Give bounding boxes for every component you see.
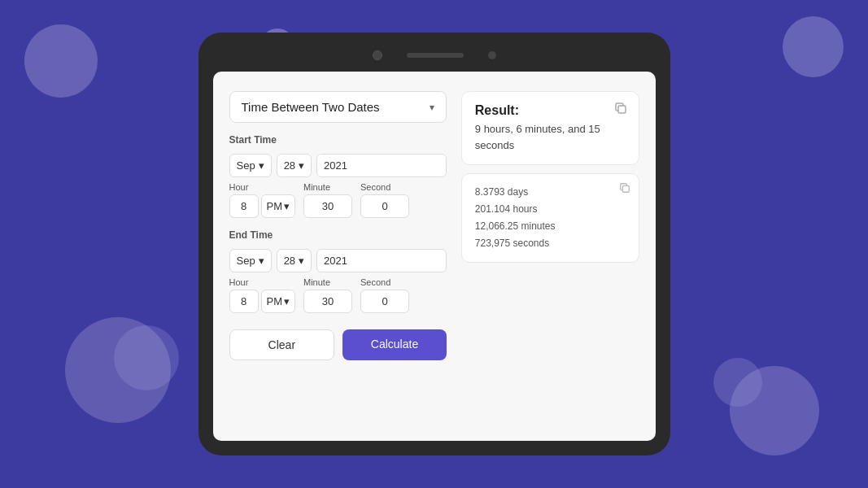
end-hour-value: 8 [241, 295, 246, 307]
end-month-chevron: ▾ [259, 255, 264, 267]
start-ampm-select[interactable]: PM ▾ [261, 194, 296, 218]
end-minute-label: Minute [303, 277, 352, 287]
start-second-field[interactable]: 0 [360, 194, 409, 218]
tablet-screen: Time Between Two Dates ▾ Start Time Sep … [213, 72, 656, 441]
end-year-value: 2021 [324, 255, 347, 267]
start-month-select[interactable]: Sep ▾ [229, 154, 272, 177]
end-second-value: 0 [382, 295, 387, 307]
start-year-value: 2021 [324, 159, 347, 172]
chevron-down-icon: ▾ [430, 102, 434, 113]
svg-rect-1 [622, 185, 629, 192]
start-minute-value: 30 [322, 200, 334, 212]
end-date-row: Sep ▾ 28 ▾ 2021 [229, 249, 447, 272]
left-panel: Time Between Two Dates ▾ Start Time Sep … [229, 91, 447, 421]
start-day-value: 28 [284, 159, 295, 172]
decorative-blob-5 [114, 325, 179, 390]
end-hour-field[interactable]: 8 [229, 290, 259, 313]
start-minute-group: Minute 30 [303, 182, 352, 218]
decorative-blob-7 [713, 358, 762, 407]
right-panel: Result: 9 hours, 6 minutes, and 15 secon… [461, 91, 639, 421]
start-second-value: 0 [382, 200, 387, 212]
end-minute-group: Minute 30 [303, 277, 352, 313]
end-time-row: Hour 8 PM ▾ Minute [229, 277, 447, 313]
start-month-chevron: ▾ [259, 159, 264, 172]
end-day-select[interactable]: 28 ▾ [277, 249, 312, 272]
start-date-row: Sep ▾ 28 ▾ 2021 [229, 154, 447, 177]
decorative-blob-3 [783, 16, 844, 77]
end-minute-field[interactable]: 30 [303, 290, 352, 313]
result-title: Result: [475, 103, 626, 118]
start-time-section: Start Time Sep ▾ 28 ▾ 2021 [229, 134, 447, 218]
tool-select-label: Time Between Two Dates [242, 100, 380, 114]
end-hour-input: 8 PM ▾ [229, 290, 296, 313]
tablet-frame: Time Between Two Dates ▾ Start Time Sep … [198, 33, 670, 455]
start-day-chevron: ▾ [299, 159, 304, 172]
start-hour-input: 8 PM ▾ [229, 194, 296, 218]
start-second-group: Second 0 [360, 182, 409, 218]
start-hour-label: Hour [229, 182, 296, 192]
calculate-button[interactable]: Calculate [342, 329, 447, 360]
start-second-label: Second [360, 182, 409, 192]
copy-detail-icon[interactable] [619, 182, 630, 196]
end-second-field[interactable]: 0 [360, 290, 409, 313]
start-month-value: Sep [237, 159, 255, 172]
start-day-select[interactable]: 28 ▾ [277, 154, 312, 177]
action-buttons: Clear Calculate [229, 329, 447, 360]
end-ampm-select[interactable]: PM ▾ [261, 290, 296, 313]
end-month-value: Sep [237, 255, 255, 267]
start-hour-value: 8 [241, 200, 246, 212]
clear-button[interactable]: Clear [229, 329, 335, 360]
camera-left [373, 50, 382, 60]
svg-rect-0 [618, 106, 626, 113]
start-minute-label: Minute [303, 182, 352, 192]
camera-right [488, 51, 496, 59]
start-minute-field[interactable]: 30 [303, 194, 352, 218]
detail-text: 8.3793 days 201.104 hours 12,066.25 minu… [475, 184, 626, 252]
tablet-top-bar [213, 50, 656, 60]
detail-line-1: 8.3793 days [475, 184, 626, 201]
start-time-row: Hour 8 PM ▾ Minute [229, 182, 447, 218]
copy-result-icon[interactable] [614, 102, 629, 116]
end-second-group: Second 0 [360, 277, 409, 313]
end-hour-label: Hour [229, 277, 296, 287]
result-card: Result: 9 hours, 6 minutes, and 15 secon… [461, 91, 639, 165]
start-year-field[interactable]: 2021 [316, 154, 447, 177]
decorative-blob-1 [24, 24, 98, 98]
end-time-section: End Time Sep ▾ 28 ▾ 2021 [229, 229, 447, 313]
end-time-label: End Time [229, 229, 447, 241]
start-ampm-chevron: ▾ [284, 200, 290, 212]
end-month-select[interactable]: Sep ▾ [229, 249, 272, 272]
end-ampm-value: PM [267, 295, 283, 307]
tool-select-dropdown[interactable]: Time Between Two Dates ▾ [229, 91, 447, 123]
start-ampm-value: PM [267, 200, 283, 212]
tablet-speaker [407, 53, 464, 58]
result-main-value: 9 hours, 6 minutes, and 15 seconds [475, 121, 626, 153]
end-year-field[interactable]: 2021 [316, 249, 447, 272]
end-day-value: 28 [284, 255, 295, 267]
end-day-chevron: ▾ [299, 255, 304, 267]
end-ampm-chevron: ▾ [284, 295, 290, 307]
detail-line-4: 723,975 seconds [475, 235, 626, 252]
end-minute-value: 30 [322, 295, 334, 307]
start-hour-group: Hour 8 PM ▾ [229, 182, 296, 218]
end-hour-group: Hour 8 PM ▾ [229, 277, 296, 313]
detail-line-2: 201.104 hours [475, 201, 626, 218]
detail-line-3: 12,066.25 minutes [475, 218, 626, 235]
start-hour-field[interactable]: 8 [229, 194, 259, 218]
end-second-label: Second [360, 277, 409, 287]
detail-card: 8.3793 days 201.104 hours 12,066.25 minu… [461, 173, 639, 263]
start-time-label: Start Time [229, 134, 447, 146]
